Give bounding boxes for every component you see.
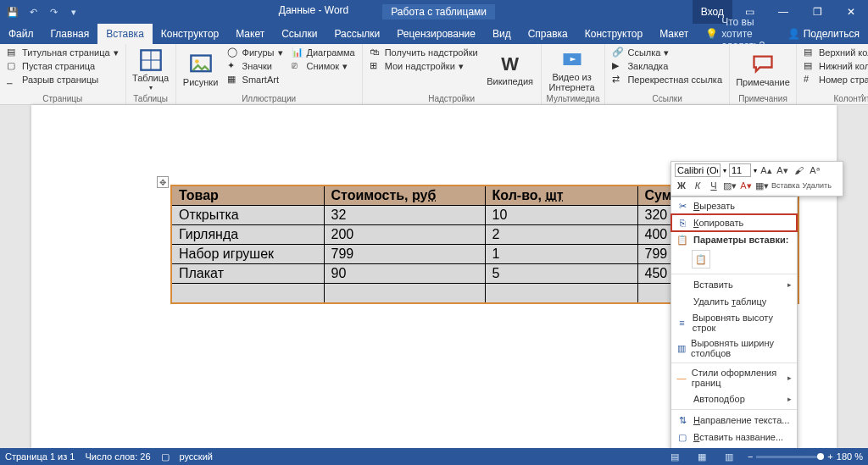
undo-icon[interactable]: ↶ xyxy=(25,4,41,19)
th-cost[interactable]: Стоимость, руб xyxy=(324,185,485,206)
tell-me[interactable]: 💡Что вы хотите сделать? xyxy=(697,24,779,44)
page-number-button[interactable]: #Номер страницы▾ xyxy=(802,73,868,86)
wikipedia-button[interactable]: WВикипедия xyxy=(485,46,536,94)
menu-border-styles[interactable]: —Стили оформления границ▸ xyxy=(671,365,797,390)
bold-icon[interactable]: Ж xyxy=(675,179,688,192)
font-size-input[interactable] xyxy=(729,163,751,177)
bookmark-button[interactable]: ▶Закладка xyxy=(610,59,724,73)
th-product[interactable]: Товар xyxy=(171,185,324,206)
shapes-icon: ◯ xyxy=(227,47,239,58)
share-button[interactable]: 👤Поделиться xyxy=(779,24,868,44)
group-header-footer: ▤Верхний колонтитул▾ ▤Нижний колонтитул▾… xyxy=(797,44,868,104)
shrink-font-icon[interactable]: A▾ xyxy=(776,163,789,177)
table-button[interactable]: Таблица▾ xyxy=(131,46,170,94)
qat-dropdown-icon[interactable]: ▾ xyxy=(66,4,81,19)
close-icon[interactable]: ✕ xyxy=(834,0,868,24)
online-video-button[interactable]: Видео из Интернета xyxy=(547,46,598,94)
blank-page-button[interactable]: ▢Пустая страница xyxy=(5,59,120,73)
grow-font-icon[interactable]: A▴ xyxy=(760,163,773,177)
font-family-input[interactable] xyxy=(675,163,721,177)
tab-references[interactable]: Ссылки xyxy=(273,24,326,44)
maximize-icon[interactable]: ❐ xyxy=(800,0,834,24)
menu-paste-options-header: 📋Параметры вставки: xyxy=(671,231,797,248)
my-addins-button[interactable]: ⊞Мои надстройки▾ xyxy=(368,59,480,73)
get-addins-button[interactable]: 🛍Получить надстройки xyxy=(368,46,480,59)
th-qty[interactable]: Кол-во, шт xyxy=(485,185,637,206)
footer-button[interactable]: ▤Нижний колонтитул▾ xyxy=(802,59,868,73)
tab-layout[interactable]: Макет xyxy=(227,24,273,44)
copy-icon: ⎘ xyxy=(676,217,688,229)
header-icon: ▤ xyxy=(804,47,815,58)
wikipedia-icon: W xyxy=(501,53,519,75)
font-color-icon[interactable]: A▾ xyxy=(739,179,753,192)
page-break-button[interactable]: ⎯Разрыв страницы xyxy=(5,73,120,86)
share-icon: 👤 xyxy=(787,28,800,40)
tab-file[interactable]: Файл xyxy=(0,24,42,44)
tab-review[interactable]: Рецензирование xyxy=(388,24,484,44)
zoom-level[interactable]: 180 % xyxy=(837,451,863,462)
link-button[interactable]: 🔗Ссылка▾ xyxy=(610,46,724,59)
menu-insert-caption[interactable]: ▢Вставить название... xyxy=(671,429,797,446)
menu-distribute-cols[interactable]: ▥Выровнять ширину столбцов xyxy=(671,335,797,361)
styles-icon[interactable]: Aᵃ xyxy=(808,163,821,177)
status-page[interactable]: Страница 1 из 1 xyxy=(5,451,75,462)
status-words[interactable]: Число слов: 26 xyxy=(85,451,150,462)
underline-icon[interactable]: Ч xyxy=(707,179,721,192)
borders-icon[interactable]: ▦▾ xyxy=(755,179,769,192)
menu-autofit[interactable]: Автоподбор▸ xyxy=(671,390,797,407)
smartart-button[interactable]: ▦SmartArt xyxy=(225,73,285,86)
menu-insert[interactable]: Вставить▸ xyxy=(671,276,797,293)
shapes-button[interactable]: ◯Фигуры▾ xyxy=(225,46,285,59)
chart-icon: 📊 xyxy=(292,47,303,58)
svg-point-4 xyxy=(195,59,199,64)
comment-button[interactable]: Примечание xyxy=(735,46,791,94)
chart-button[interactable]: 📊Диаграмма xyxy=(290,46,357,59)
mini-delete-label[interactable]: Удалить xyxy=(802,181,831,190)
paste-option-button[interactable]: 📋 xyxy=(692,250,710,268)
tab-help[interactable]: Справка xyxy=(520,24,576,44)
save-icon[interactable]: 💾 xyxy=(5,4,20,19)
cover-page-button[interactable]: ▤Титульная страница▾ xyxy=(5,46,120,59)
menu-copy[interactable]: ⎘Копировать xyxy=(671,214,797,231)
zoom-out-icon[interactable]: − xyxy=(748,451,753,462)
menu-delete-table[interactable]: Удалить таблицу xyxy=(671,293,797,310)
tab-mailings[interactable]: Рассылки xyxy=(326,24,388,44)
zoom-slider[interactable] xyxy=(756,456,824,458)
status-language[interactable]: русский xyxy=(180,451,213,462)
highlight-icon[interactable]: ▨▾ xyxy=(723,179,737,192)
screenshot-button[interactable]: ⎚Снимок▾ xyxy=(290,59,357,73)
border-icon: — xyxy=(676,372,687,384)
view-web-icon[interactable]: ▥ xyxy=(721,450,737,463)
cross-reference-button[interactable]: ⇄Перекрестная ссылка xyxy=(610,73,724,86)
mini-insert-label[interactable]: Вставка xyxy=(771,181,799,190)
view-read-icon[interactable]: ▤ xyxy=(666,450,683,463)
menu-text-direction[interactable]: ⇅Направление текста... xyxy=(671,412,797,429)
tab-table-layout[interactable]: Макет xyxy=(651,24,697,44)
format-painter-icon[interactable]: 🖌 xyxy=(792,163,805,177)
icons-button[interactable]: ✦Значки xyxy=(225,59,285,73)
chevron-down-icon[interactable]: ▾ xyxy=(723,167,726,174)
collapse-ribbon-icon[interactable]: ˄ xyxy=(860,93,865,102)
tab-view[interactable]: Вид xyxy=(484,24,520,44)
tab-insert[interactable]: Вставка xyxy=(97,24,153,44)
status-proofing-icon[interactable]: ▢ xyxy=(161,451,170,462)
view-print-icon[interactable]: ▦ xyxy=(693,450,710,463)
tab-design[interactable]: Конструктор xyxy=(153,24,227,44)
pagenum-icon: # xyxy=(804,74,815,86)
tab-home[interactable]: Главная xyxy=(42,24,98,44)
tab-table-design[interactable]: Конструктор xyxy=(576,24,651,44)
header-button[interactable]: ▤Верхний колонтитул▾ xyxy=(802,46,868,59)
chevron-down-icon[interactable]: ▾ xyxy=(754,167,757,174)
pictures-button[interactable]: Рисунки xyxy=(181,46,220,94)
table-move-handle[interactable]: ✥ xyxy=(157,176,169,188)
minimize-icon[interactable]: — xyxy=(766,0,800,24)
text-dir-icon: ⇅ xyxy=(676,414,688,426)
status-bar: Страница 1 из 1 Число слов: 26 ▢ русский… xyxy=(0,448,868,465)
menu-cut[interactable]: ✂Вырезать xyxy=(671,197,797,214)
group-pages: ▤Титульная страница▾ ▢Пустая страница ⎯Р… xyxy=(0,44,126,104)
menu-distribute-rows[interactable]: ≡Выровнять высоту строк xyxy=(671,310,797,335)
redo-icon[interactable]: ↷ xyxy=(46,4,61,19)
italic-icon[interactable]: К xyxy=(691,179,704,192)
zoom-in-icon[interactable]: + xyxy=(827,451,832,462)
store-icon: 🛍 xyxy=(370,47,381,58)
